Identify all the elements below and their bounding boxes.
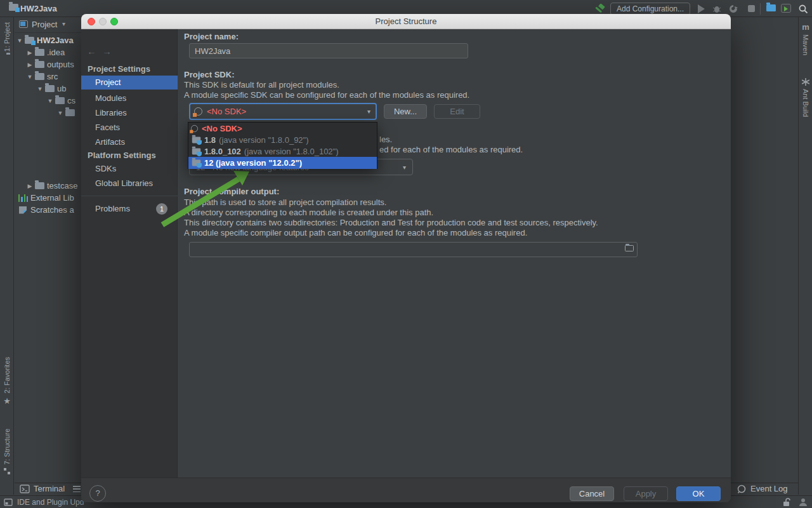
stop-icon[interactable]	[748, 5, 755, 12]
compiler-output-input[interactable]	[189, 242, 638, 257]
search-icon[interactable]	[798, 4, 808, 14]
tree-label: External Lib	[30, 193, 74, 203]
sdk-description-2: A module specific SDK can be configured …	[184, 90, 469, 100]
sdk-option-name: 1.8	[204, 135, 216, 145]
expand-icon[interactable]: ▼	[56, 110, 64, 116]
project-sdk-combobox[interactable]: <No SDK> ▾	[189, 103, 377, 120]
project-sdk-label: Project SDK:	[184, 70, 234, 79]
expand-icon[interactable]: ▼	[16, 37, 23, 44]
folder-icon	[35, 73, 44, 80]
event-log-icon	[737, 485, 747, 494]
expand-icon[interactable]: ▼	[26, 74, 34, 80]
zoom-traffic-light[interactable]	[110, 18, 118, 25]
back-icon[interactable]: ←	[87, 46, 96, 57]
status-message[interactable]: IDE and Plugin Upd	[17, 498, 84, 507]
folder-icon	[35, 182, 44, 189]
structure-icon	[4, 468, 10, 474]
add-configuration-button[interactable]: Add Configuration...	[610, 3, 690, 15]
expand-icon[interactable]: ▼	[36, 86, 44, 92]
expand-icon[interactable]: ▼	[46, 98, 54, 104]
sidebar-item-artifacts[interactable]: Artifacts	[81, 135, 178, 149]
todo-list-icon[interactable]	[73, 486, 81, 492]
folder-icon	[35, 49, 44, 56]
toolwindow-tab-maven[interactable]: m Maven	[799, 23, 812, 73]
apply-button[interactable]: Apply	[624, 486, 668, 501]
folder-icon	[35, 61, 44, 68]
tree-row-testcase[interactable]: ▶testcase	[26, 180, 77, 192]
tree-row-src[interactable]: ▼src	[26, 70, 58, 83]
minimize-traffic-light[interactable]	[99, 18, 107, 25]
unlock-icon[interactable]	[782, 498, 790, 507]
no-sdk-icon	[194, 107, 202, 116]
tree-row-outputs[interactable]: ▶outputs	[26, 58, 74, 70]
section-platform-settings: Platform Settings	[88, 150, 156, 160]
tree-label: Scratches a	[30, 205, 74, 215]
tab-structure-label: 7: Structure	[3, 429, 11, 465]
sidebar-item-project[interactable]: Project	[81, 76, 178, 90]
chevron-down-icon: ▾	[62, 20, 65, 27]
tree-row-external-libraries[interactable]: External Lib	[17, 192, 74, 204]
language-level-text-fragment-1: les.	[379, 135, 392, 144]
project-name-input[interactable]	[189, 43, 468, 58]
tree-label: HW2Java	[37, 36, 74, 45]
close-traffic-light[interactable]	[88, 18, 95, 25]
tree-row-scratches[interactable]: Scratches a	[17, 204, 74, 216]
tree-label: testcase	[47, 181, 77, 190]
dialog-titlebar[interactable]: Project Structure	[81, 14, 731, 29]
sidebar-item-libraries[interactable]: Libraries	[81, 106, 178, 120]
project-name-label: Project name:	[184, 32, 239, 41]
sdk-option-1-8-0-102[interactable]: 1.8.0_102 (java version "1.8.0_102")	[188, 145, 377, 157]
sdk-option-1-8[interactable]: 1.8 (java version "1.8.0_92")	[188, 134, 377, 145]
toolwindow-tab-favorites[interactable]: 2: Favorites ★	[0, 357, 14, 419]
tree-row-nested-folder[interactable]: ▼	[56, 107, 77, 119]
expand-icon[interactable]: ▶	[26, 183, 34, 189]
toolwindow-tab-structure[interactable]: 7: Structure	[0, 429, 14, 492]
terminal-tab[interactable]: Terminal	[34, 484, 65, 493]
left-toolwindow-bar: 1: Project 2: Favorites ★ 7: Structure	[0, 17, 14, 495]
expand-icon[interactable]: ▶	[26, 62, 34, 68]
edit-sdk-button[interactable]: Edit	[434, 104, 480, 119]
project-panel-header[interactable]: Project ▾	[15, 17, 81, 33]
tree-row-hw2java[interactable]: ▼HW2Java	[16, 34, 74, 46]
highlighting-level-icon[interactable]	[799, 498, 808, 507]
toolwindow-toggle-icon[interactable]	[4, 498, 13, 506]
tree-label: .idea	[47, 48, 65, 57]
sdk-option-12[interactable]: 12 (java version "12.0.2")	[188, 157, 377, 169]
debug-icon[interactable]	[712, 4, 722, 14]
project-panel-title: Project	[32, 20, 57, 29]
folder-icon	[55, 97, 65, 104]
sidebar-item-facets[interactable]: Facets	[81, 121, 178, 135]
toolwindow-tab-ant[interactable]: Ant Build	[799, 78, 812, 142]
ok-button[interactable]: OK	[676, 486, 721, 501]
toolwindow-tab-project[interactable]: 1: Project	[0, 22, 14, 83]
dialog-footer: ? Cancel Apply OK	[81, 478, 731, 502]
tree-row-idea[interactable]: ▶.idea	[26, 46, 65, 58]
tree-row-cs[interactable]: ▼cs	[46, 95, 75, 107]
profiler-icon[interactable]	[728, 4, 738, 14]
sdk-dropdown-popup: <No SDK> 1.8 (java version "1.8.0_92") 1…	[188, 122, 377, 169]
tab-maven-label: Maven	[802, 34, 809, 55]
sdk-option-version: (java version "1.8.0_102")	[244, 147, 339, 156]
section-project-settings: Project Settings	[88, 64, 150, 74]
expand-icon[interactable]: ▶	[26, 50, 34, 56]
run-anything-icon[interactable]	[781, 4, 791, 13]
sidebar-item-modules[interactable]: Modules	[81, 91, 178, 105]
tree-row-ub[interactable]: ▼ub	[36, 83, 66, 95]
tab-project-label: 1: Project	[3, 22, 11, 51]
event-log-button[interactable]: Event Log	[750, 484, 788, 493]
help-button[interactable]: ?	[89, 485, 106, 502]
problems-label: Problems	[95, 204, 130, 213]
project-tool-icon[interactable]	[765, 4, 778, 11]
project-panel: Project ▾ ▼HW2Java ▶.idea ▶outputs ▼src …	[15, 17, 81, 483]
cancel-button[interactable]: Cancel	[570, 486, 614, 501]
new-sdk-button[interactable]: New...	[384, 104, 427, 119]
run-icon[interactable]	[698, 4, 705, 13]
java-sdk-icon	[192, 137, 201, 143]
forward-icon[interactable]: →	[102, 46, 112, 57]
sdk-option-no-sdk[interactable]: <No SDK>	[188, 123, 377, 134]
browse-folder-icon[interactable]	[624, 245, 636, 251]
star-icon: ★	[3, 396, 11, 406]
dialog-title: Project Structure	[81, 14, 731, 29]
libraries-icon	[18, 194, 28, 202]
sdk-selected-value: <No SDK>	[207, 107, 246, 116]
